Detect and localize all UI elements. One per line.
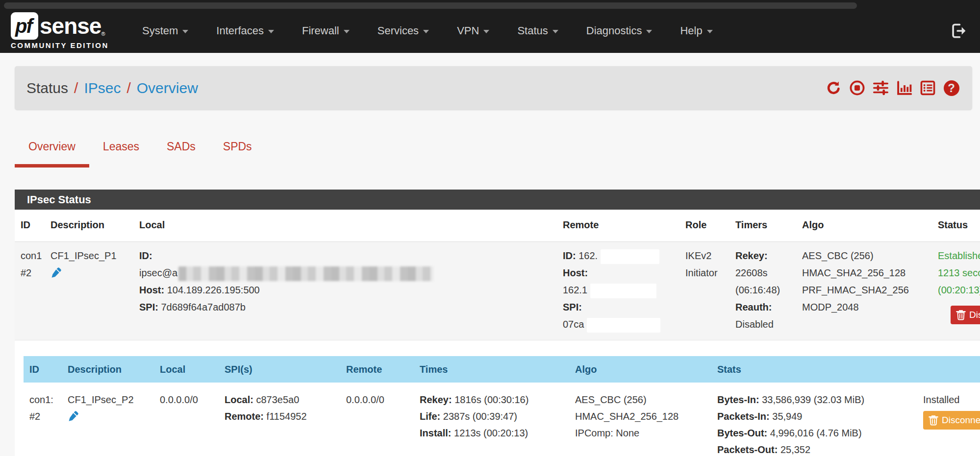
disconnect-button[interactable]: Disconnect bbox=[951, 306, 980, 324]
child-col-times: Times bbox=[420, 362, 575, 376]
col-role: Role bbox=[685, 216, 735, 234]
breadcrumb-ipsec-link[interactable]: IPsec bbox=[84, 80, 121, 96]
logo-sense-text: sense bbox=[40, 13, 101, 39]
panel-title: IPsec Status bbox=[15, 190, 980, 210]
ike-role-cell: IKEv2 Initiator bbox=[685, 247, 735, 333]
status-established: Established bbox=[938, 247, 980, 264]
child-spis-cell: Local: c873e5a0 Remote: f1154952 bbox=[225, 391, 346, 456]
trash-icon bbox=[929, 415, 938, 426]
col-timers: Timers bbox=[735, 216, 802, 234]
child-table-header: ID Description Local SPI(s) Remote Times… bbox=[24, 356, 980, 383]
child-id-cell: con1: #2 bbox=[24, 391, 68, 456]
edit-pencil-icon[interactable] bbox=[50, 266, 62, 284]
child-algo-cell: AES_CBC (256) HMAC_SHA2_256_128 IPComp: … bbox=[575, 391, 717, 456]
edit-pencil-icon[interactable] bbox=[68, 410, 79, 427]
child-stats-cell: Bytes-In: 33,586,939 (32.03 MiB) Packets… bbox=[717, 391, 923, 456]
ike-table-header: ID Description Local Remote Role Timers … bbox=[15, 210, 980, 242]
breadcrumb-overview-link[interactable]: Overview bbox=[137, 80, 198, 96]
child-col-id: ID bbox=[24, 362, 68, 376]
breadcrumb-separator: / bbox=[126, 80, 130, 96]
status-installed: Installed bbox=[923, 391, 980, 408]
child-times-cell: Rekey: 1816s (00:30:16) Life: 2387s (00:… bbox=[420, 391, 575, 456]
ike-row: con1 #2 CF1_IPsec_P1 ID: ipsec@a Host: 1… bbox=[15, 242, 980, 340]
child-col-remote: Remote bbox=[346, 362, 420, 376]
page-action-icons: ? bbox=[826, 80, 959, 96]
child-status-cell: Installed Disconnect bbox=[923, 391, 980, 456]
help-icon[interactable]: ? bbox=[943, 80, 959, 96]
ike-remote-cell: ID: 162. Host: 162.1 SPI: 07ca bbox=[563, 247, 685, 333]
log-list-icon[interactable] bbox=[920, 80, 936, 96]
menu-diagnostics[interactable]: Diagnostics bbox=[586, 24, 653, 37]
redacted-remote-host bbox=[590, 284, 656, 298]
tab-sads[interactable]: SADs bbox=[153, 133, 209, 168]
col-local: Local bbox=[139, 216, 563, 234]
chevron-down-icon bbox=[646, 30, 652, 33]
logo-pf-box: pf bbox=[11, 12, 38, 40]
child-col-blank bbox=[923, 362, 980, 376]
redacted-remote-spi bbox=[587, 318, 660, 333]
menu-help[interactable]: Help bbox=[680, 24, 712, 37]
chevron-down-icon bbox=[483, 30, 489, 33]
child-col-spis: SPI(s) bbox=[225, 362, 346, 376]
col-description: Description bbox=[50, 216, 139, 234]
breadcrumb-bar: Status / IPsec / Overview ? bbox=[15, 66, 972, 110]
menu-firewall[interactable]: Firewall bbox=[302, 24, 350, 37]
col-status: Status bbox=[938, 216, 980, 234]
ike-local-cell: ID: ipsec@a Host: 104.189.226.195:500 SP… bbox=[139, 247, 563, 333]
child-sa-section: ID Description Local SPI(s) Remote Times… bbox=[15, 340, 980, 456]
bar-chart-icon[interactable] bbox=[896, 80, 912, 96]
child-col-description: Description bbox=[68, 362, 160, 376]
menu-services[interactable]: Services bbox=[377, 24, 429, 37]
tab-leases[interactable]: Leases bbox=[89, 133, 153, 168]
chevron-down-icon bbox=[182, 30, 188, 33]
col-algo: Algo bbox=[802, 216, 938, 234]
child-disconnect-button[interactable]: Disconnect bbox=[923, 411, 980, 430]
ike-description-cell: CF1_IPsec_P1 bbox=[50, 247, 139, 333]
col-id: ID bbox=[15, 216, 50, 234]
filter-sliders-icon[interactable] bbox=[873, 80, 889, 96]
ike-algo-cell: AES_CBC (256) HMAC_SHA2_256_128 PRF_HMAC… bbox=[802, 247, 938, 333]
child-sa-row: con1: #2 CF1_IPsec_P2 0.0.0.0/0 Local: c… bbox=[24, 383, 980, 456]
menu-interfaces[interactable]: Interfaces bbox=[216, 24, 274, 37]
redacted-remote-id bbox=[601, 249, 659, 264]
ipsec-status-panel: IPsec Status ID Description Local Remote… bbox=[15, 190, 980, 456]
ike-id-cell: con1 #2 bbox=[15, 247, 50, 333]
navbar-top-strip bbox=[4, 2, 857, 9]
child-local-cell: 0.0.0.0/0 bbox=[160, 391, 225, 456]
menu-system[interactable]: System bbox=[142, 24, 188, 37]
stop-icon[interactable] bbox=[849, 80, 865, 96]
tab-overview[interactable]: Overview bbox=[15, 133, 89, 168]
ike-status-cell: Established 1213 seconds (00:20:13) Disc… bbox=[938, 247, 980, 333]
sign-out-icon[interactable] bbox=[951, 23, 967, 39]
chevron-down-icon bbox=[423, 30, 429, 33]
menu-vpn[interactable]: VPN bbox=[457, 24, 489, 37]
chevron-down-icon bbox=[344, 30, 350, 33]
chevron-down-icon bbox=[268, 30, 274, 33]
child-remote-cell: 0.0.0.0/0 bbox=[346, 391, 420, 456]
breadcrumb: Status / IPsec / Overview bbox=[26, 80, 198, 96]
breadcrumb-status: Status bbox=[26, 80, 68, 96]
chevron-down-icon bbox=[553, 30, 558, 33]
child-col-stats: Stats bbox=[717, 362, 923, 376]
logo-registered-mark: ® bbox=[101, 31, 105, 37]
breadcrumb-separator: / bbox=[74, 80, 78, 96]
main-menu: System Interfaces Firewall Services VPN … bbox=[142, 24, 713, 37]
refresh-icon[interactable] bbox=[826, 80, 842, 96]
redacted-local-id bbox=[178, 266, 433, 281]
child-col-local: Local bbox=[160, 362, 225, 376]
top-navbar: pf sense ® COMMUNITY EDITION System Inte… bbox=[0, 0, 980, 53]
ike-timers-cell: Rekey: 22608s (06:16:48) Reauth: Disable… bbox=[735, 247, 802, 333]
chevron-down-icon bbox=[707, 30, 713, 33]
pfsense-ipsec-status-page: pf sense ® COMMUNITY EDITION System Inte… bbox=[0, 0, 980, 456]
trash-icon bbox=[956, 310, 966, 320]
tab-spds[interactable]: SPDs bbox=[209, 133, 266, 168]
subnav-tabs: Overview Leases SADs SPDs bbox=[15, 133, 266, 168]
child-description-cell: CF1_IPsec_P2 bbox=[68, 391, 160, 456]
pfsense-logo[interactable]: pf sense ® COMMUNITY EDITION bbox=[11, 12, 114, 49]
logo-edition-text: COMMUNITY EDITION bbox=[11, 41, 114, 49]
child-col-algo: Algo bbox=[575, 362, 717, 376]
col-remote: Remote bbox=[563, 216, 685, 234]
menu-status[interactable]: Status bbox=[517, 24, 558, 37]
